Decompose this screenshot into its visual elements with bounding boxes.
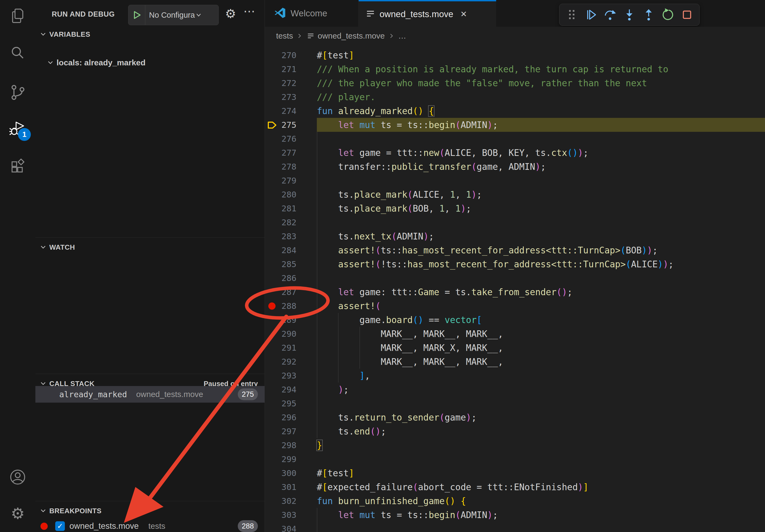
code-line-302[interactable]: 302fun burn_unfinished_game() { [265,494,765,508]
code-line-300[interactable]: 300#[test] [265,466,765,480]
code-line-274[interactable]: 274fun already_marked() { [265,104,765,118]
code-line-295[interactable]: 295 [265,397,765,410]
launch-configuration-dropdown[interactable]: No Configura [128,5,219,25]
code-line-288[interactable]: 288 assert!( [265,299,765,313]
breakpoint-gutter[interactable] [265,313,279,327]
breakpoint-gutter[interactable] [265,299,279,313]
run-and-debug-icon[interactable]: 1 [9,120,27,138]
code-line-292[interactable]: 292 MARK__, MARK__, MARK__, [265,355,765,369]
breakpoint-gutter[interactable] [265,229,279,243]
code-line-301[interactable]: 301#[expected_failure(abort_code = ttt::… [265,480,765,494]
more-actions-icon[interactable]: ⋯ [243,4,255,18]
breakpoint-gutter[interactable] [265,369,279,383]
breakpoint-gutter[interactable] [265,243,279,257]
breakpoint-gutter[interactable] [265,62,279,76]
code-line-291[interactable]: 291 MARK__, MARK_X, MARK__, [265,341,765,355]
breakpoint-gutter[interactable] [265,424,279,438]
code-line-270[interactable]: 270#[test] [265,48,765,62]
breakpoint-gutter[interactable] [265,410,279,424]
search-icon[interactable] [9,45,27,62]
explorer-icon[interactable] [9,7,27,25]
settings-gear-icon[interactable]: ⚙ [9,505,27,522]
breakpoint-gutter[interactable] [265,118,279,132]
code-line-286[interactable]: 286 [265,271,765,285]
account-icon[interactable] [9,468,27,486]
breakpoint-gutter[interactable] [265,271,279,285]
breakpoint-gutter[interactable] [265,173,279,187]
breakpoint-gutter[interactable] [265,466,279,480]
breakpoint-gutter[interactable] [265,187,279,201]
breakpoint-gutter[interactable] [265,146,279,160]
code-line-296[interactable]: 296 ts.return_to_sender(game); [265,410,765,424]
code-line-277[interactable]: 277 let game = ttt::new(ALICE, BOB, KEY,… [265,146,765,160]
continue-icon[interactable] [581,6,601,23]
code-line-303[interactable]: 303 let mut ts = ts::begin(ADMIN); [265,508,765,522]
code-line-284[interactable]: 284 assert!(ts::has_most_recent_for_addr… [265,243,765,257]
step-out-icon[interactable] [639,6,658,23]
code-line-281[interactable]: 281 ts.place_mark(BOB, 1, 1); [265,201,765,215]
breakpoint-gutter[interactable] [265,480,279,494]
breakpoint-gutter[interactable] [265,355,279,369]
breakpoint-gutter[interactable] [265,48,279,62]
breakpoint-gutter[interactable] [265,327,279,341]
stop-icon[interactable] [677,6,697,23]
breakpoint-dot-icon[interactable] [268,302,276,310]
breakpoint-gutter[interactable] [265,397,279,410]
breakpoint-enabled-checkbox[interactable]: ✓ [55,521,65,531]
breakpoint-gutter[interactable] [265,508,279,522]
breakpoint-gutter[interactable] [265,201,279,215]
code-line-280[interactable]: 280 ts.place_mark(ALICE, 1, 1); [265,187,765,201]
breakpoint-gutter[interactable] [265,494,279,508]
tab-welcome[interactable]: Welcome [265,0,359,27]
debug-settings-gear-icon[interactable]: ⚙ [223,5,238,23]
step-over-icon[interactable] [600,6,620,23]
variables-scope-locals[interactable]: locals: already_marked [35,55,265,71]
breadcrumb-item[interactable]: owned_tests.move [318,31,384,40]
breakpoint-gutter[interactable] [265,383,279,397]
breakpoint-gutter[interactable] [265,215,279,229]
close-icon[interactable]: ✕ [460,9,467,19]
variables-header[interactable]: VARIABLES [35,28,265,41]
restart-icon[interactable] [658,6,678,23]
code-line-275[interactable]: 275 let mut ts = ts::begin(ADMIN); [265,118,765,132]
watch-header[interactable]: WATCH [35,241,265,254]
breakpoint-gutter[interactable] [265,452,279,466]
breakpoint-gutter[interactable] [265,132,279,146]
breakpoint-gutter[interactable] [265,104,279,118]
code-line-299[interactable]: 299 [265,452,765,466]
breadcrumb-item[interactable]: tests [276,31,293,40]
breakpoint-item[interactable]: ✓ owned_tests.move tests 288 [35,518,265,532]
source-control-icon[interactable] [9,84,27,101]
call-stack-frame[interactable]: already_marked owned_tests.move 275 [35,386,265,402]
code-line-290[interactable]: 290 MARK__, MARK__, MARK__, [265,327,765,341]
code-line-287[interactable]: 287 let game: ttt::Game = ts.take_from_s… [265,285,765,299]
code-line-298[interactable]: 298} [265,438,765,452]
code-line-282[interactable]: 282 [265,215,765,229]
breakpoints-header[interactable]: BREAKPOINTS [35,504,265,517]
breadcrumb-item[interactable]: … [398,31,406,40]
extensions-icon[interactable] [9,158,27,176]
step-into-icon[interactable] [620,6,639,23]
breakpoint-gutter[interactable] [265,285,279,299]
toolbar-drag-grip[interactable] [562,6,581,23]
breakpoint-gutter[interactable] [265,257,279,271]
code-line-294[interactable]: 294 ); [265,383,765,397]
code-line-276[interactable]: 276 [265,132,765,146]
code-editor[interactable]: 270#[test]271/// When a position is alre… [265,45,765,532]
code-line-273[interactable]: 273/// player. [265,90,765,104]
start-debug-icon[interactable] [128,5,145,25]
code-line-297[interactable]: 297 ts.end(); [265,424,765,438]
code-line-278[interactable]: 278 transfer::public_transfer(game, ADMI… [265,160,765,173]
code-line-285[interactable]: 285 assert!(!ts::has_most_recent_for_add… [265,257,765,271]
code-line-271[interactable]: 271/// When a position is already marked… [265,62,765,76]
breakpoint-gutter[interactable] [265,76,279,90]
code-line-272[interactable]: 272/// the player who made the "false" m… [265,76,765,90]
code-line-304[interactable]: 304 [265,522,765,532]
breakpoint-gutter[interactable] [265,341,279,355]
code-line-283[interactable]: 283 ts.next_tx(ADMIN); [265,229,765,243]
tab-owned-tests[interactable]: owned_tests.move ✕ [359,0,496,27]
breakpoint-gutter[interactable] [265,522,279,532]
code-line-289[interactable]: 289 game.board() == vector[ [265,313,765,327]
code-line-293[interactable]: 293 ], [265,369,765,383]
breakpoint-gutter[interactable] [265,160,279,173]
